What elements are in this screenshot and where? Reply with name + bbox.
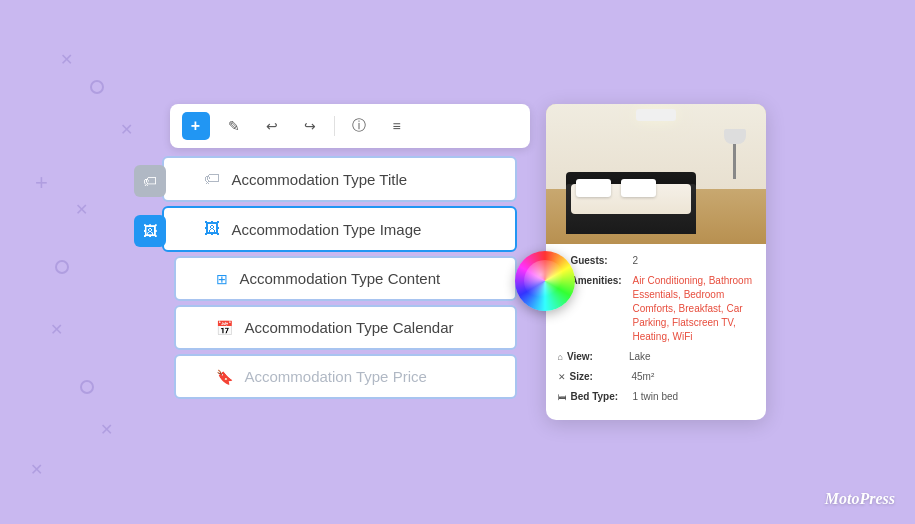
size-value: 45m²: [632, 370, 655, 384]
detail-row-bedtype: 🛏 Bed Type: 1 twin bed: [558, 390, 754, 404]
widget-calendar-label: Accommodation Type Calendar: [245, 319, 454, 336]
accommodation-card: ▲ Guests: 2 ▬ Amenities: Air Conditionin…: [546, 104, 766, 420]
menu-button[interactable]: ≡: [383, 112, 411, 140]
decor-x-4: ✕: [50, 320, 63, 339]
widget-row-image: 🖼 🖼 Accommodation Type Image: [150, 206, 530, 256]
widget-title-label: Accommodation Type Title: [232, 171, 408, 188]
widget-price-label: Accommodation Type Price: [245, 368, 427, 385]
toolbar: + ✎ ↩ ↪ ⓘ ≡: [170, 104, 530, 148]
lamp-stand: [733, 139, 736, 179]
card-image: [546, 104, 766, 244]
price-icon-inner: 🔖: [216, 369, 233, 385]
edit-button[interactable]: ✎: [220, 112, 248, 140]
decor-plus-1: +: [35, 170, 48, 196]
detail-row-amenities: ▬ Amenities: Air Conditioning, Bathroom …: [558, 274, 754, 344]
decor-circle-3: [80, 380, 94, 394]
bedtype-value: 1 twin bed: [633, 390, 679, 404]
image-icon: 🖼: [143, 223, 157, 239]
content-icon-inner: ⊞: [216, 271, 228, 287]
bed-pillow-right: [621, 179, 656, 197]
widget-box-content[interactable]: ⊞ Accommodation Type Content: [174, 256, 517, 301]
widget-box-price[interactable]: 🔖 Accommodation Type Price: [174, 354, 517, 399]
redo-button[interactable]: ↪: [296, 112, 324, 140]
guests-value: 2: [632, 254, 638, 268]
info-icon: ⓘ: [352, 117, 366, 135]
widget-left-icon-image: 🖼: [134, 215, 166, 247]
detail-row-size: ✕ Size: 45m²: [558, 370, 754, 384]
guests-label: Guests:: [570, 254, 632, 268]
ceiling-lamp: [636, 109, 676, 121]
bedtype-icon: 🛏: [558, 391, 567, 404]
decor-circle-2: [55, 260, 69, 274]
image-icon-inner: 🖼: [204, 220, 220, 238]
amenities-label: Amenities:: [571, 274, 633, 288]
bed-pillow-left: [576, 179, 611, 197]
view-label: View:: [567, 350, 629, 364]
decor-circle-1: [90, 80, 104, 94]
size-label: Size:: [570, 370, 632, 384]
color-wheel: [515, 251, 575, 311]
decor-x-2: ✕: [120, 120, 133, 139]
main-container: + ✎ ↩ ↪ ⓘ ≡ 🏷: [150, 104, 766, 420]
widget-box-image[interactable]: 🖼 Accommodation Type Image: [162, 206, 517, 252]
view-value: Lake: [629, 350, 651, 364]
detail-row-guests: ▲ Guests: 2: [558, 254, 754, 268]
info-button[interactable]: ⓘ: [345, 112, 373, 140]
calendar-icon-inner: 📅: [216, 320, 233, 336]
bedtype-label: Bed Type:: [571, 390, 633, 404]
detail-row-view: ⌂ View: Lake: [558, 350, 754, 364]
undo-icon: ↩: [266, 118, 278, 134]
title-icon-inner: 🏷: [204, 170, 220, 188]
widget-content-label: Accommodation Type Content: [240, 270, 441, 287]
widget-image-label: Accommodation Type Image: [232, 221, 422, 238]
add-icon: +: [191, 117, 200, 135]
size-icon: ✕: [558, 371, 566, 384]
add-button[interactable]: +: [182, 112, 210, 140]
lamp-head: [724, 129, 746, 144]
widget-row-calendar: 📅 Accommodation Type Calendar: [150, 305, 530, 354]
decor-x-1: ✕: [60, 50, 73, 69]
widget-box-calendar[interactable]: 📅 Accommodation Type Calendar: [174, 305, 517, 350]
redo-icon: ↪: [304, 118, 316, 134]
widget-row-content: ⊞ Accommodation Type Content: [150, 256, 530, 305]
widget-row-price: 🔖 Accommodation Type Price: [150, 354, 530, 403]
widget-row-title: 🏷 🏷 Accommodation Type Title: [150, 156, 530, 206]
undo-button[interactable]: ↩: [258, 112, 286, 140]
decor-x-6: ✕: [30, 460, 43, 479]
left-panel: + ✎ ↩ ↪ ⓘ ≡ 🏷: [150, 104, 530, 403]
amenities-value: Air Conditioning, Bathroom Essentials, B…: [633, 274, 754, 344]
decor-x-3: ✕: [75, 200, 88, 219]
view-icon: ⌂: [558, 351, 563, 364]
decor-x-5: ✕: [100, 420, 113, 439]
widget-left-icon-title: 🏷: [134, 165, 166, 197]
toolbar-separator: [334, 116, 335, 136]
card-details: ▲ Guests: 2 ▬ Amenities: Air Conditionin…: [546, 244, 766, 420]
pencil-icon: ✎: [228, 118, 240, 134]
menu-icon: ≡: [392, 118, 400, 134]
widget-box-title[interactable]: 🏷 Accommodation Type Title: [162, 156, 517, 202]
widgets-list: 🏷 🏷 Accommodation Type Title 🖼 🖼 Accommo…: [150, 156, 530, 403]
tag-icon: 🏷: [143, 173, 157, 189]
motopress-logo: MotoPress: [825, 490, 895, 508]
